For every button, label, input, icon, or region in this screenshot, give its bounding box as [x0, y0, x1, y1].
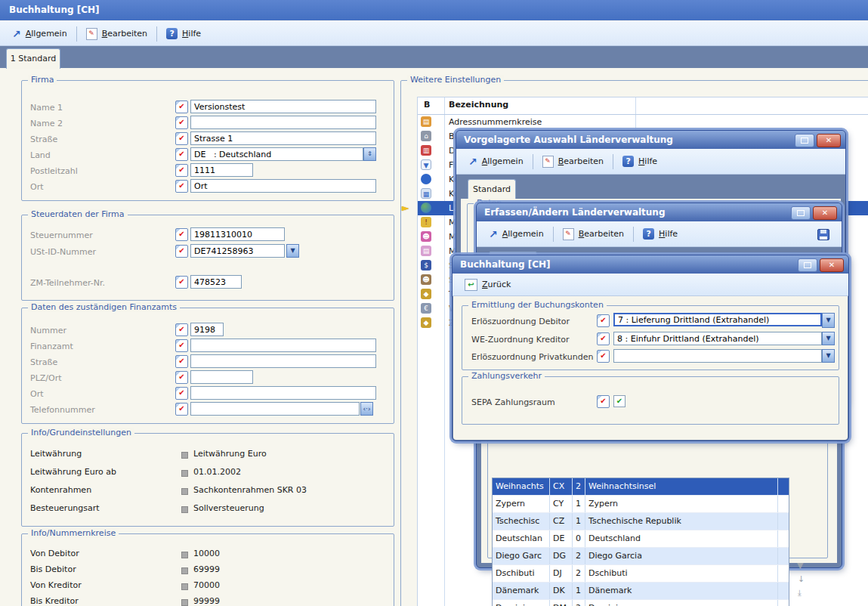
fa-ort-field[interactable]: [190, 386, 376, 400]
mandatory-check-icon[interactable]: ✔: [175, 164, 188, 177]
mandatory-check-icon[interactable]: ✔: [175, 116, 188, 129]
mandatory-check-icon[interactable]: ✔: [175, 371, 188, 384]
dialog-buchhaltung-ch: Buchhaltung [CH] ✕ ↩ Zurück Ermittlung d…: [452, 255, 849, 441]
col-b-header[interactable]: B: [424, 100, 430, 110]
fa-name-field[interactable]: [190, 339, 376, 352]
address-numbers-icon: ▤: [421, 116, 431, 127]
fa-nummer-field[interactable]: [190, 323, 224, 336]
tab-1-standard[interactable]: 1 Standard: [6, 48, 60, 69]
dialog-title-bar[interactable]: Buchhaltung [CH] ✕: [453, 255, 848, 274]
country-name: Diego Garc: [493, 548, 550, 564]
zurueck-button[interactable]: ↩ Zurück: [459, 277, 517, 293]
mandatory-check-icon[interactable]: ✔: [175, 403, 188, 416]
country-row[interactable]: Dänemark DK 1 Dänemark: [493, 583, 789, 600]
steuernummer-field[interactable]: [190, 227, 285, 241]
mandatory-check-icon[interactable]: ✔: [597, 314, 610, 327]
scroll-down-icon[interactable]: ▼: [797, 561, 803, 570]
bearbeiten-menu-button[interactable]: ✎ Bearbeiten: [557, 226, 630, 243]
ustid-field[interactable]: [190, 244, 285, 258]
allgemein-menu-button[interactable]: ↗ Allgemein: [483, 226, 550, 243]
country-row-selected[interactable]: Weihnachts CX 2 Weihnachtsinsel: [493, 478, 789, 496]
country-row[interactable]: Dominica DM 2 Dominica: [493, 600, 789, 606]
strasse-field[interactable]: [190, 131, 376, 145]
hilfe-menu-button[interactable]: ? Hilfe: [160, 26, 207, 42]
country-zone: 0: [573, 530, 585, 547]
minimize-icon[interactable]: [795, 134, 814, 147]
mandatory-check-icon[interactable]: ✔: [175, 228, 188, 241]
minimize-icon[interactable]: [798, 258, 817, 272]
close-icon[interactable]: ✕: [813, 206, 837, 220]
country-extra: [778, 548, 789, 564]
country-row[interactable]: Diego Garc DG 2 Diego Garcia: [493, 548, 789, 565]
mandatory-check-icon[interactable]: ✔: [175, 355, 188, 368]
toolbar-separator: [156, 26, 157, 42]
country-row[interactable]: Zypern CY 1 Zypern: [493, 496, 789, 513]
countries-table[interactable]: Weihnachts CX 2 Weihnachtsinsel Zypern C…: [492, 478, 789, 606]
dialog-title-bar[interactable]: Vorgelagerte Auswahl Länderverwaltung ✕: [456, 131, 845, 149]
filter-icon: ▼: [421, 159, 431, 170]
bearbeiten-menu-button[interactable]: ✎ Bearbeiten: [80, 26, 153, 42]
mandatory-check-icon[interactable]: ✔: [175, 387, 188, 400]
info-value: 10000: [193, 549, 220, 558]
field-label: USt-ID-Nummer: [30, 247, 96, 257]
hilfe-menu-button[interactable]: ? Hilfe: [637, 226, 684, 242]
sepa-checkbox[interactable]: ✔: [613, 395, 626, 407]
name2-field[interactable]: [190, 116, 376, 129]
mandatory-check-icon[interactable]: ✔: [175, 100, 188, 113]
spinner-icon[interactable]: ⇕: [363, 147, 376, 161]
col-bezeichnung-header[interactable]: Bezeichnung: [449, 100, 508, 110]
mandatory-check-icon[interactable]: ✔: [175, 245, 188, 258]
minimize-icon[interactable]: [791, 206, 811, 220]
country-fullname: Dominica: [585, 600, 778, 606]
field-label: PLZ/Ort: [30, 373, 62, 383]
mandatory-check-icon[interactable]: ✔: [597, 395, 610, 408]
hilfe-menu-button[interactable]: ? Hilfe: [616, 153, 663, 169]
info-value: Sachkontenrahmen SKR 03: [193, 485, 307, 495]
dropdown-arrow-icon[interactable]: ▼: [822, 332, 835, 345]
allgemein-menu-button[interactable]: ↗ Allgemein: [6, 26, 73, 42]
mandatory-check-icon[interactable]: ✔: [597, 350, 610, 363]
land-field[interactable]: [190, 147, 363, 161]
mandatory-check-icon[interactable]: ✔: [175, 276, 188, 289]
close-icon[interactable]: ✕: [817, 134, 841, 147]
dropdown-arrow-icon[interactable]: ▼: [822, 349, 835, 363]
erloes-privatkunden-combo[interactable]: [613, 349, 822, 363]
country-row[interactable]: Dschibuti DJ 2 Dschibuti: [493, 565, 789, 583]
country-row[interactable]: Tschechisc CZ 1 Tschechische Republik: [493, 513, 789, 530]
ort-field[interactable]: [190, 179, 376, 193]
scroll-page-down-icon[interactable]: ↓: [798, 574, 805, 584]
phone-dial-icon[interactable]: ‹·›: [360, 402, 373, 416]
close-icon[interactable]: ✕: [820, 258, 844, 272]
mandatory-check-icon[interactable]: ✔: [175, 148, 188, 161]
erloes-debitor-combo[interactable]: [613, 313, 822, 326]
bearbeiten-menu-button[interactable]: ✎ Bearbeiten: [536, 153, 610, 170]
scroll-to-end-icon[interactable]: ⤓: [798, 588, 802, 598]
mandatory-check-icon[interactable]: ✔: [175, 132, 188, 145]
name1-field[interactable]: [190, 100, 376, 113]
zm-teilnehmer-field[interactable]: [190, 275, 242, 289]
fa-telefon-field[interactable]: [190, 402, 360, 416]
mandatory-check-icon[interactable]: ✔: [597, 332, 610, 345]
we-kreditor-combo[interactable]: [613, 332, 822, 345]
mandatory-check-icon[interactable]: ✔: [175, 323, 188, 336]
dialog-title-bar[interactable]: Erfassen/Ändern Länderverwaltung ✕: [477, 203, 842, 221]
settings-row[interactable]: ▤ Adressnummernkreise: [418, 115, 868, 129]
save-icon[interactable]: [817, 229, 829, 240]
settings-table-header[interactable]: B Bezeichnung: [418, 97, 868, 115]
main-window-title: Buchhaltung [CH]: [9, 5, 100, 15]
country-zone: 2: [573, 478, 585, 495]
allgemein-menu-button[interactable]: ↗ Allgemein: [462, 153, 530, 170]
mandatory-check-icon[interactable]: ✔: [175, 339, 188, 352]
dialog-title: Vorgelagerte Auswahl Länderverwaltung: [464, 134, 673, 145]
tab-standard[interactable]: Standard: [468, 179, 516, 199]
allgemein-label: Allgemein: [482, 156, 524, 166]
mandatory-check-icon[interactable]: ✔: [175, 180, 188, 193]
fa-strasse-field[interactable]: [190, 354, 376, 368]
info-label: Leitwährung Euro ab: [30, 467, 116, 477]
dropdown-arrow-icon[interactable]: ▼: [822, 313, 835, 328]
globe-icon: [421, 203, 431, 213]
fa-plz-field[interactable]: [190, 370, 253, 384]
country-row[interactable]: Deutschlan DE 0 Deutschland: [493, 530, 789, 548]
dropdown-arrow-icon[interactable]: ▼: [286, 244, 299, 258]
plz-field[interactable]: [190, 163, 253, 177]
